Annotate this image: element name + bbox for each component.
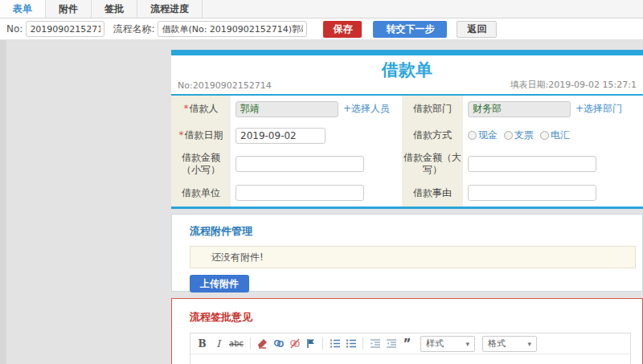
page-title: 借款单 (171, 55, 643, 80)
amount-small-label: 借款金额（小写） (171, 149, 231, 179)
chevron-down-icon: ▾ (527, 340, 531, 348)
radio-cheque[interactable]: 支票 (504, 129, 534, 142)
no-input[interactable] (26, 21, 104, 37)
forward-next-step-button[interactable]: 转交下一步 (373, 21, 447, 38)
unlink-icon[interactable] (289, 337, 301, 350)
format-dropdown[interactable]: 格式 ▾ (482, 336, 537, 352)
loan-form-panel: 借款单 No:20190902152714 填表日期:2019-09-02 15… (171, 50, 643, 209)
link-icon[interactable] (272, 337, 285, 350)
loan-date-label: *借款日期 (171, 122, 231, 149)
no-label: No: (6, 23, 23, 35)
radio-icon (540, 131, 549, 140)
flow-name-label: 流程名称: (113, 22, 154, 36)
loan-form-grid: *借款人 +选择人员 借款部门 +选择部门 *借款日期 借款方式 (171, 96, 643, 209)
doc-number: No:20190902152714 (178, 80, 272, 91)
ordered-list-icon[interactable] (329, 337, 341, 350)
tab-form[interactable]: 表单 (0, 0, 46, 18)
amount-big-label: 借款金额（大写） (402, 149, 463, 179)
loan-method-radio-group: 现金 支票 电汇 (468, 129, 570, 142)
upload-attachment-button[interactable]: 上传附件 (190, 275, 249, 292)
tab-bar: 表单 附件 签批 流程进度 (0, 0, 643, 18)
radio-icon (468, 131, 477, 140)
left-gutter (0, 40, 6, 364)
toolbar-separator (250, 337, 251, 350)
toolbar-separator (322, 337, 323, 350)
no-attachment-message: 还没有附件! (190, 246, 636, 268)
editor-toolbar: B I abc (190, 333, 630, 354)
style-dropdown[interactable]: 样式 ▾ (420, 336, 475, 352)
approval-panel: 流程签批意见 B I abc (171, 298, 643, 364)
borrower-label: *借款人 (171, 96, 231, 122)
flow-name-input[interactable] (158, 21, 307, 37)
loan-date-input[interactable] (235, 128, 326, 144)
dept-input[interactable] (468, 101, 571, 117)
amount-small-input[interactable] (235, 156, 364, 172)
dept-label: 借款部门 (402, 96, 463, 122)
command-bar: No: 流程名称: 保存 转交下一步 返回 (0, 18, 643, 40)
indent-icon[interactable] (385, 337, 397, 350)
blockquote-icon[interactable]: ” (401, 337, 413, 350)
loan-reason-label: 借款事由 (402, 179, 463, 207)
radio-wire[interactable]: 电汇 (540, 129, 570, 142)
borrower-input[interactable] (235, 101, 338, 117)
save-button[interactable]: 保存 (323, 21, 362, 38)
required-mark: * (184, 103, 189, 114)
workspace: 借款单 No:20190902152714 填表日期:2019-09-02 15… (0, 40, 643, 364)
tab-attachments[interactable]: 附件 (46, 0, 92, 18)
loan-method-label: 借款方式 (402, 122, 463, 149)
radio-cash[interactable]: 现金 (468, 129, 498, 142)
outdent-icon[interactable] (369, 337, 381, 350)
anchor-flag-icon[interactable] (305, 337, 317, 350)
back-button[interactable]: 返回 (457, 21, 497, 38)
loan-unit-input[interactable] (235, 185, 364, 201)
attachment-panel: 流程附件管理 还没有附件! 上传附件 (171, 214, 643, 292)
tab-approval[interactable]: 签批 (92, 0, 137, 18)
italic-icon[interactable]: I (212, 337, 224, 350)
tab-progress[interactable]: 流程进度 (137, 0, 203, 18)
select-dept-link[interactable]: +选择部门 (575, 102, 622, 116)
strikethrough-icon[interactable]: abc (228, 337, 244, 350)
attachment-section-title: 流程附件管理 (190, 224, 642, 239)
approval-section-title: 流程签批意见 (190, 310, 642, 325)
remove-format-icon[interactable] (256, 337, 268, 350)
rich-text-editor: B I abc (190, 333, 631, 364)
bullet-list-icon[interactable] (345, 337, 357, 350)
required-mark: * (179, 129, 184, 141)
editor-content-area[interactable] (190, 354, 630, 364)
chevron-down-icon: ▾ (465, 340, 469, 348)
loan-reason-input[interactable] (468, 185, 596, 201)
loan-unit-label: 借款单位 (171, 179, 231, 207)
doc-fill-date: 填表日期:2019-09-02 15:27:1 (510, 79, 637, 91)
select-person-link[interactable]: +选择人员 (343, 102, 390, 116)
toolbar-separator (362, 337, 363, 350)
bold-icon[interactable]: B (196, 337, 208, 350)
radio-icon (504, 131, 513, 140)
amount-big-input[interactable] (468, 156, 596, 172)
